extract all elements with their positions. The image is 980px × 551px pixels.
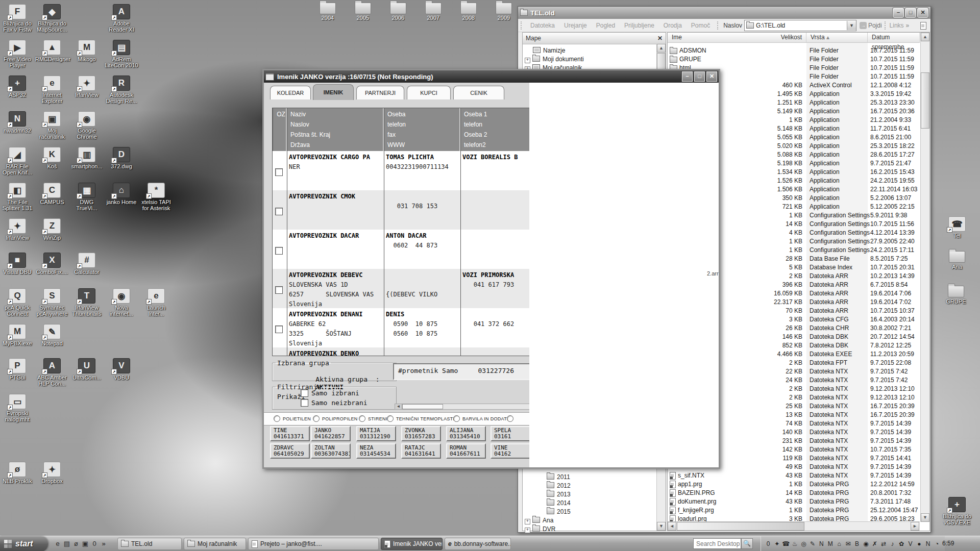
tree-expand-icon[interactable]: + <box>525 519 530 524</box>
go-button[interactable]: → Pojdi <box>860 22 882 29</box>
address-bar[interactable]: G:\TEL.old ▼ <box>744 20 856 31</box>
tray-outlook-icon[interactable]: 0 <box>764 540 772 548</box>
contact-checkbox[interactable] <box>275 325 283 333</box>
tree-expand-icon[interactable]: + <box>525 58 530 63</box>
note-field[interactable]: #prometnik Samo 031227726 <box>393 363 543 380</box>
contact-checkbox[interactable] <box>275 247 283 255</box>
desktop-icon-calculator[interactable]: #↗Calculator <box>70 253 104 275</box>
scroll-down-icon[interactable]: ▼ <box>921 513 929 522</box>
tray-plug-icon[interactable]: ⇄ <box>879 540 888 548</box>
outlook-quicklaunch-icon[interactable]: 0 <box>90 539 99 548</box>
desktop-icon-dwg-truevi-[interactable]: ▦↗DWG TrueVi... <box>70 183 104 211</box>
start-button[interactable]: start <box>0 536 48 551</box>
desktop-icon-tel[interactable]: ☎↗Tel <box>940 216 974 239</box>
tray-globe-icon[interactable]: ◉ <box>862 540 870 548</box>
links-button[interactable]: Links <box>890 22 904 29</box>
desktop-icon-bli-njica-do-fax-v-fistw[interactable]: F↗Bližnjica do Fax v Fistw <box>1 4 34 33</box>
desktop-icon-symantec-pcanywhere[interactable]: S↗Symantec pcAnywhere <box>35 288 69 317</box>
scroll-right-icon[interactable]: ► <box>911 522 919 531</box>
address-dropdown-icon[interactable]: ▼ <box>847 21 856 30</box>
filter-option-2[interactable]: Samo neizbrani <box>301 399 368 407</box>
menu-datoteka[interactable]: Datoteka <box>526 22 559 29</box>
category-radio-partial[interactable] <box>507 415 513 422</box>
menu-orodja[interactable]: Orodja <box>659 22 687 29</box>
desktop-folder-2005[interactable]: 2005 <box>347 1 379 21</box>
speed-dial-zvonka[interactable]: ZVONKA031657283 <box>401 426 441 441</box>
desktop-icon-dropbox[interactable]: ✦↗Dropbox <box>35 462 69 484</box>
file-row[interactable]: doKument.prg43 KBDatoteka PRG7.3.2011 17… <box>668 497 918 506</box>
desktop-icon-mikogo[interactable]: M↗Mikogo <box>70 40 104 62</box>
desktop-folder-2009[interactable]: 2009 <box>487 1 520 21</box>
scroll-thumb[interactable] <box>402 404 443 409</box>
task-bb-donnay-software-[interactable]: ebb.donnay-software.... <box>445 538 511 550</box>
desktop-icon-smartphon-[interactable]: ▥↗smartphon... <box>70 147 104 169</box>
desktop-icon-adobe-reader-xi[interactable]: A↗Adobe Reader XI <box>105 4 138 33</box>
desktop-icon-autodesk-design-re-[interactable]: R↗Autodesk Design Re... <box>105 76 138 104</box>
desktop-icon-free-video-player[interactable]: ▶↗Free Video Player <box>1 40 34 68</box>
tray-home-icon[interactable]: ⌂ <box>835 540 843 548</box>
tray-m-icon[interactable]: M <box>826 540 835 548</box>
desktop-icon-abc-amber-hlp-con-[interactable]: A↗ABC Amber HLP Con... <box>35 358 69 387</box>
contact-row[interactable]: AVTOPREVOZNIK DEBEVCSLOVENSKA VAS 1D6257… <box>273 269 557 308</box>
desktop-icon-notepad[interactable]: ✎↗Notepad <box>35 324 69 346</box>
desktop-icon-irfanview-thumbnails[interactable]: T↗IrfanView Thumbnails <box>70 288 104 317</box>
column-header-vrsta[interactable]: Vrsta ▴ <box>806 33 868 43</box>
desktop-icon-janko-home[interactable]: ⌂↗janko Home <box>105 183 138 205</box>
phone-quicklaunch-icon[interactable]: ▤ <box>62 539 71 548</box>
note-hscrollbar[interactable]: ◄ <box>395 404 543 410</box>
tree-item-namizje[interactable]: Namizje <box>531 46 565 55</box>
speed-dial-vine[interactable]: VINE04162 <box>491 443 530 459</box>
tray-java-icon[interactable]: ♨ <box>791 540 799 548</box>
minimize-button[interactable]: – <box>893 8 904 18</box>
tree-item-2013[interactable]: 2013 <box>545 490 571 498</box>
tray-sync-icon[interactable]: ✦ <box>773 540 781 548</box>
category-radio-barvila-in-dodatki[interactable]: BARVILA IN DODATKI <box>453 415 511 422</box>
tab-cenik[interactable]: CENIK <box>453 86 504 99</box>
search-button[interactable]: 🔍 <box>741 538 753 549</box>
menu-priljubljene[interactable]: Priljubljene <box>620 22 659 29</box>
tab-kupci[interactable]: KUPCI <box>407 86 451 99</box>
tray-mail-icon[interactable]: ✉ <box>844 540 852 548</box>
desktop-icon-ultracom-[interactable]: U↗UltraCom... <box>70 358 104 381</box>
desktop-icon-bli-njica-do-vcsv-exe[interactable]: +↗Bližnjica do vCSV.EXE <box>940 497 974 525</box>
tray-search-icon[interactable]: ◎ <box>800 540 808 548</box>
category-radio-stireni[interactable]: STIRENI <box>359 415 387 422</box>
scroll-up-icon[interactable]: ▲ <box>921 33 929 41</box>
contact-checkbox[interactable] <box>275 208 283 215</box>
desktop-icon-internet-explorer[interactable]: e↗Internet Explorer <box>35 76 69 104</box>
tree-item-ana[interactable]: +Ana <box>525 516 553 524</box>
tray-update-icon[interactable]: ✿ <box>897 540 905 548</box>
search-input[interactable] <box>693 538 741 549</box>
close-button[interactable]: ✕ <box>917 8 928 18</box>
desktop-icon-winzip[interactable]: Z↗WinZip <box>35 218 69 241</box>
tray-phone-icon[interactable]: ☎ <box>782 540 790 548</box>
desktop-icon-irfanview[interactable]: ✦↗IrfanView <box>1 218 34 241</box>
links-chevron-icon[interactable]: » <box>906 22 910 29</box>
category-radio-tehni-ni-termoplasti[interactable]: TEHNIČNI TERMOPLASTI <box>387 415 454 422</box>
task-prejeto-janko-fist-[interactable]: Prejeto – janko@fist.... <box>248 538 379 550</box>
desktop-icon-vdbu[interactable]: V↗VDBU <box>105 358 138 381</box>
scroll-left-icon[interactable]: ◄ <box>668 522 676 531</box>
task-imenik-janko-verzi-[interactable]: Imenik JANKO verzi... <box>381 538 443 550</box>
desktop-icon-grupe[interactable]: GRUPE <box>939 285 973 305</box>
imenik-titlebar[interactable]: Imenik JANKO verzija :16/07/15 (Not Resp… <box>264 70 719 83</box>
desktop-icon-pca-quick-connect[interactable]: Q↗pcA Quick Connect <box>1 288 34 317</box>
task-tel-old[interactable]: TEL.old <box>117 538 182 550</box>
filter-option-1[interactable]: Samo izbrani <box>301 389 359 397</box>
speed-dial-tine[interactable]: TINE041613371 <box>270 426 310 441</box>
desktop-icon-moj-ra-unalnik[interactable]: ▣↗Moj računalnik <box>35 111 69 140</box>
desktop-icon-the-file-splitter-1-31[interactable]: ◧↗The File Splitter 1.31 <box>1 183 34 211</box>
explorer-titlebar[interactable]: TEL.old – □ ✕ <box>518 7 930 19</box>
file-row[interactable]: GRUPEFile Folder10.7.2015 11:59 <box>668 55 918 64</box>
file-row[interactable]: f_knjigeR.prg1 KBDatoteka PRG25.12.2004 … <box>668 506 918 515</box>
tray-audio-icon[interactable]: ♪ <box>889 540 897 548</box>
contact-row[interactable]: AVTOPREVOZNIK DACARANTON DACAR 0602 44 8… <box>273 230 557 269</box>
menu-pomoč[interactable]: Pomoč <box>687 22 715 29</box>
file-list-hscrollbar[interactable]: ◄ ► <box>668 521 920 531</box>
contact-row[interactable]: AVTOPREVOZNIK DENANIGABERKE 623325 ŠOŠTA… <box>273 308 557 347</box>
desktop-icon-nwadmn32[interactable]: N↗nwadmn32 <box>1 111 34 134</box>
desktop-icon-ana[interactable]: Ana <box>940 250 974 270</box>
tray-network-icon[interactable]: ✗ <box>871 540 879 548</box>
desktop-icon-campus[interactable]: C↗CAMPUS <box>35 183 69 205</box>
scroll-thumb[interactable] <box>921 72 929 129</box>
